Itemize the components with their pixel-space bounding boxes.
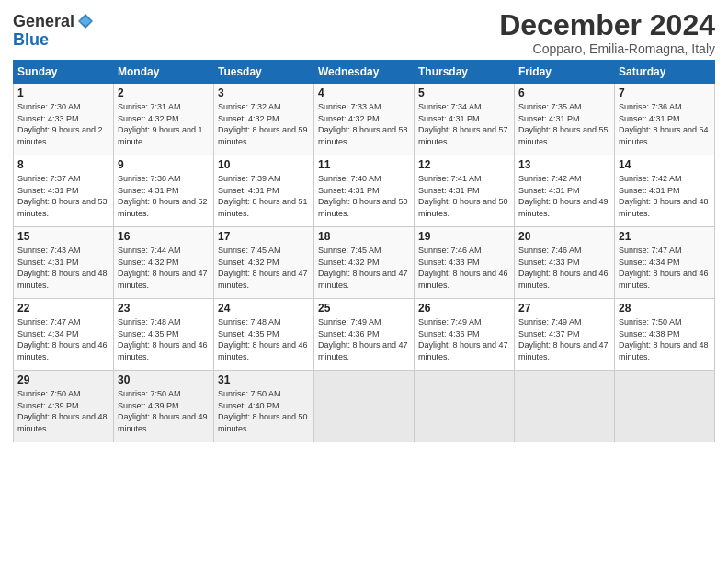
day-number: 7 [619,86,711,99]
day-number: 21 [619,230,711,243]
day-number: 9 [118,158,210,171]
day-info: Sunrise: 7:49 AMSunset: 4:36 PMDaylight:… [418,317,508,362]
calendar-cell: 12Sunrise: 7:41 AMSunset: 4:31 PMDayligh… [415,155,515,227]
day-number: 2 [118,86,210,99]
calendar-cell: 15Sunrise: 7:43 AMSunset: 4:31 PMDayligh… [14,227,114,299]
calendar-cell: 10Sunrise: 7:39 AMSunset: 4:31 PMDayligh… [214,155,314,227]
header-wednesday: Wednesday [314,61,415,84]
location-subtitle: Copparo, Emilia-Romagna, Italy [499,41,715,56]
header: General Blue December 2024 Copparo, Emil… [13,9,715,56]
day-info: Sunrise: 7:50 AMSunset: 4:40 PMDaylight:… [218,389,308,433]
calendar-cell: 19Sunrise: 7:46 AMSunset: 4:33 PMDayligh… [415,227,515,299]
day-info: Sunrise: 7:35 AMSunset: 4:31 PMDaylight:… [518,102,609,146]
day-info: Sunrise: 7:45 AMSunset: 4:32 PMDaylight:… [218,246,308,290]
day-info: Sunrise: 7:46 AMSunset: 4:33 PMDaylight:… [418,246,508,290]
calendar-cell: 3Sunrise: 7:32 AMSunset: 4:32 PMDaylight… [214,84,314,155]
calendar-cell: 21Sunrise: 7:47 AMSunset: 4:34 PMDayligh… [615,227,715,299]
calendar-week-2: 8Sunrise: 7:37 AMSunset: 4:31 PMDaylight… [14,155,715,227]
day-info: Sunrise: 7:43 AMSunset: 4:31 PMDaylight:… [17,246,108,290]
day-info: Sunrise: 7:48 AMSunset: 4:35 PMDaylight:… [218,317,308,362]
calendar-cell: 18Sunrise: 7:45 AMSunset: 4:32 PMDayligh… [314,227,415,299]
calendar-cell: 25Sunrise: 7:49 AMSunset: 4:36 PMDayligh… [314,299,415,371]
day-number: 31 [218,373,310,386]
day-number: 18 [318,230,410,243]
day-number: 6 [518,86,610,99]
calendar-table: Sunday Monday Tuesday Wednesday Thursday… [13,60,715,442]
day-info: Sunrise: 7:36 AMSunset: 4:31 PMDaylight:… [619,102,709,146]
calendar-cell: 28Sunrise: 7:50 AMSunset: 4:38 PMDayligh… [615,299,715,371]
day-number: 20 [518,230,610,243]
day-info: Sunrise: 7:33 AMSunset: 4:32 PMDaylight:… [318,102,408,146]
calendar-cell: 2Sunrise: 7:31 AMSunset: 4:32 PMDaylight… [114,84,214,155]
logo-icon [76,12,95,30]
calendar-cell: 11Sunrise: 7:40 AMSunset: 4:31 PMDayligh… [314,155,415,227]
calendar-cell [515,371,615,442]
day-info: Sunrise: 7:40 AMSunset: 4:31 PMDaylight:… [318,174,408,218]
day-info: Sunrise: 7:39 AMSunset: 4:31 PMDaylight:… [218,174,308,218]
calendar-cell: 31Sunrise: 7:50 AMSunset: 4:40 PMDayligh… [214,371,314,442]
header-monday: Monday [114,61,214,84]
calendar-cell: 29Sunrise: 7:50 AMSunset: 4:39 PMDayligh… [14,371,114,442]
calendar-cell: 26Sunrise: 7:49 AMSunset: 4:36 PMDayligh… [415,299,515,371]
calendar-cell: 9Sunrise: 7:38 AMSunset: 4:31 PMDaylight… [114,155,214,227]
day-number: 12 [418,158,510,171]
day-number: 27 [518,302,610,315]
day-number: 19 [418,230,510,243]
calendar-cell: 13Sunrise: 7:42 AMSunset: 4:31 PMDayligh… [515,155,615,227]
day-number: 28 [619,302,711,315]
calendar-page: General Blue December 2024 Copparo, Emil… [0,0,728,563]
day-number: 3 [218,86,310,99]
calendar-cell: 14Sunrise: 7:42 AMSunset: 4:31 PMDayligh… [615,155,715,227]
calendar-cell: 4Sunrise: 7:33 AMSunset: 4:32 PMDaylight… [314,84,415,155]
day-info: Sunrise: 7:47 AMSunset: 4:34 PMDaylight:… [619,246,709,290]
day-number: 17 [218,230,310,243]
calendar-cell: 17Sunrise: 7:45 AMSunset: 4:32 PMDayligh… [214,227,314,299]
header-thursday: Thursday [415,61,515,84]
day-info: Sunrise: 7:49 AMSunset: 4:36 PMDaylight:… [318,317,408,362]
day-info: Sunrise: 7:32 AMSunset: 4:32 PMDaylight:… [218,102,308,146]
header-friday: Friday [515,61,615,84]
calendar-cell: 1Sunrise: 7:30 AMSunset: 4:33 PMDaylight… [14,84,114,155]
day-info: Sunrise: 7:31 AMSunset: 4:32 PMDaylight:… [118,102,203,146]
title-area: December 2024 Copparo, Emilia-Romagna, I… [499,9,715,56]
calendar-week-5: 29Sunrise: 7:50 AMSunset: 4:39 PMDayligh… [14,371,715,442]
day-number: 5 [418,86,510,99]
day-number: 24 [218,302,310,315]
calendar-cell [615,371,715,442]
day-number: 23 [118,302,210,315]
calendar-cell: 7Sunrise: 7:36 AMSunset: 4:31 PMDaylight… [615,84,715,155]
calendar-cell: 27Sunrise: 7:49 AMSunset: 4:37 PMDayligh… [515,299,615,371]
day-info: Sunrise: 7:50 AMSunset: 4:39 PMDaylight:… [118,389,208,433]
logo-line2: Blue [13,31,95,50]
day-number: 8 [17,158,109,171]
calendar-cell [415,371,515,442]
day-number: 1 [17,86,109,99]
calendar-cell: 23Sunrise: 7:48 AMSunset: 4:35 PMDayligh… [114,299,214,371]
header-tuesday: Tuesday [214,61,314,84]
day-info: Sunrise: 7:37 AMSunset: 4:31 PMDaylight:… [17,174,108,218]
day-info: Sunrise: 7:50 AMSunset: 4:38 PMDaylight:… [619,317,709,362]
header-saturday: Saturday [615,61,715,84]
day-number: 4 [318,86,410,99]
day-info: Sunrise: 7:41 AMSunset: 4:31 PMDaylight:… [418,174,508,218]
day-number: 16 [118,230,210,243]
calendar-cell: 16Sunrise: 7:44 AMSunset: 4:32 PMDayligh… [114,227,214,299]
day-number: 11 [318,158,410,171]
calendar-cell: 22Sunrise: 7:47 AMSunset: 4:34 PMDayligh… [14,299,114,371]
calendar-week-4: 22Sunrise: 7:47 AMSunset: 4:34 PMDayligh… [14,299,715,371]
day-info: Sunrise: 7:44 AMSunset: 4:32 PMDaylight:… [118,246,208,290]
logo-text: General [13,13,74,31]
logo: General Blue [13,13,95,50]
day-info: Sunrise: 7:45 AMSunset: 4:32 PMDaylight:… [318,246,408,290]
day-number: 15 [17,230,109,243]
calendar-week-1: 1Sunrise: 7:30 AMSunset: 4:33 PMDaylight… [14,84,715,155]
day-info: Sunrise: 7:48 AMSunset: 4:35 PMDaylight:… [118,317,208,362]
day-number: 30 [118,373,210,386]
calendar-cell: 5Sunrise: 7:34 AMSunset: 4:31 PMDaylight… [415,84,515,155]
day-info: Sunrise: 7:42 AMSunset: 4:31 PMDaylight:… [518,174,609,218]
day-info: Sunrise: 7:50 AMSunset: 4:39 PMDaylight:… [17,389,108,433]
day-number: 26 [418,302,510,315]
day-info: Sunrise: 7:42 AMSunset: 4:31 PMDaylight:… [619,174,709,218]
calendar-cell: 24Sunrise: 7:48 AMSunset: 4:35 PMDayligh… [214,299,314,371]
day-info: Sunrise: 7:46 AMSunset: 4:33 PMDaylight:… [518,246,609,290]
